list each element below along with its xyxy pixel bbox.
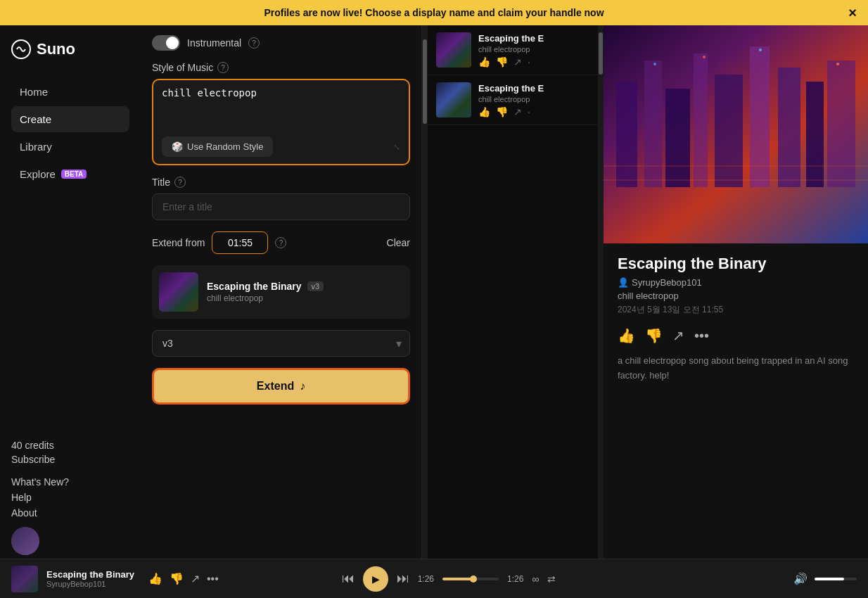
- svg-point-14: [703, 56, 706, 58]
- help-link[interactable]: Help: [11, 492, 129, 503]
- extend-help-icon[interactable]: ?: [275, 237, 286, 248]
- more-icon-2[interactable]: ·: [528, 106, 530, 117]
- time-total: 1:26: [507, 574, 523, 584]
- style-input[interactable]: chill electropop: [162, 87, 400, 129]
- detail-user: 👤 SyrupyBebop101: [618, 277, 854, 288]
- progress-bar[interactable]: [442, 578, 499, 580]
- dislike-icon-2[interactable]: 👎: [496, 106, 508, 117]
- sidebar: Suno Home Create Library Explore BETA 40…: [0, 25, 141, 592]
- credits-display: 40 credits: [11, 440, 129, 451]
- resize-handle[interactable]: ⤡: [393, 142, 400, 152]
- detail-panel: Escaping the Binary 👤 SyrupyBebop101 chi…: [604, 25, 868, 592]
- style-input-wrapper: chill electropop 🎲 Use Random Style ⤡: [152, 79, 410, 165]
- play-pause-button[interactable]: ▶: [363, 566, 388, 592]
- detail-actions: 👍 👎 ↗ •••: [618, 327, 854, 344]
- player-title: Escaping the Binary: [46, 569, 134, 580]
- sidebar-item-label: Home: [20, 86, 48, 98]
- song-title: Escaping the Binary: [207, 281, 302, 292]
- instrumental-toggle[interactable]: [152, 35, 180, 51]
- music-note-icon: ♪: [300, 380, 305, 393]
- progress-knob: [470, 575, 477, 583]
- subscribe-button[interactable]: Subscribe: [11, 454, 129, 465]
- like-icon-1[interactable]: 👍: [478, 56, 490, 68]
- play-icon: ▶: [372, 573, 380, 585]
- loop-icon[interactable]: ∞: [532, 573, 539, 585]
- skip-back-button[interactable]: ⏮: [342, 571, 355, 586]
- player-like-icon[interactable]: 👍: [148, 572, 162, 585]
- skip-forward-button[interactable]: ⏭: [397, 571, 409, 586]
- style-help-icon[interactable]: ?: [217, 62, 229, 73]
- svg-rect-8: [778, 68, 800, 187]
- sidebar-item-explore[interactable]: Explore BETA: [11, 161, 129, 187]
- shuffle-icon[interactable]: ⇄: [547, 573, 556, 585]
- like-icon-2[interactable]: 👍: [478, 106, 490, 117]
- title-help-icon[interactable]: ?: [174, 177, 186, 188]
- hero-illustration: [604, 25, 868, 243]
- random-style-button[interactable]: 🎲 Use Random Style: [162, 136, 273, 157]
- player-artist: SyrupyBebop101: [46, 580, 134, 588]
- clear-button[interactable]: Clear: [387, 237, 410, 248]
- version-select[interactable]: v3 v2 v1: [152, 330, 410, 357]
- instrumental-row: Instrumental ?: [152, 32, 410, 51]
- list-song-title-1: Escaping the E: [478, 33, 589, 44]
- svg-point-16: [836, 63, 839, 65]
- detail-title: Escaping the Binary: [618, 255, 854, 273]
- player-thumbnail: [11, 566, 38, 592]
- song-list-item[interactable]: Escaping the E chill electropop 👍 👎 ↗ ·: [428, 25, 598, 75]
- player-share-icon[interactable]: ↗: [191, 572, 200, 585]
- svg-rect-2: [616, 82, 637, 187]
- style-section-label: Style of Music ?: [152, 62, 410, 73]
- detail-more-icon[interactable]: •••: [694, 328, 709, 344]
- list-song-genre-1: chill electropop: [478, 45, 589, 53]
- player-info: Escaping the Binary SyrupyBebop101: [46, 569, 134, 588]
- volume-icon[interactable]: 🔊: [793, 572, 808, 585]
- user-icon: 👤: [618, 277, 629, 288]
- toggle-knob: [166, 37, 179, 49]
- user-avatar[interactable]: [11, 527, 39, 555]
- list-thumbnail-2: [436, 82, 471, 117]
- sidebar-item-home[interactable]: Home: [11, 79, 129, 105]
- detail-like-icon[interactable]: 👍: [618, 327, 635, 344]
- detail-description: a chill electropop song about being trap…: [618, 354, 854, 383]
- song-list-scrollbar[interactable]: [598, 25, 604, 573]
- list-thumbnail-1: [436, 32, 471, 68]
- svg-rect-10: [827, 61, 855, 187]
- more-icon-1[interactable]: ·: [528, 56, 530, 68]
- player-more-icon[interactable]: •••: [207, 573, 219, 585]
- song-list-item[interactable]: Escaping the E chill electropop 👍 👎 ↗ ·: [428, 75, 598, 125]
- sidebar-item-library[interactable]: Library: [11, 134, 129, 160]
- extend-time-input[interactable]: [212, 231, 268, 254]
- player-dislike-icon[interactable]: 👎: [170, 572, 184, 585]
- logo-text: Suno: [37, 40, 75, 58]
- create-panel-scrollbar[interactable]: [422, 25, 428, 592]
- sidebar-item-create[interactable]: Create: [11, 106, 129, 132]
- sidebar-item-label: Explore: [20, 168, 56, 180]
- share-icon-2[interactable]: ↗: [513, 106, 522, 117]
- list-song-genre-2: chill electropop: [478, 95, 589, 103]
- volume-slider[interactable]: [815, 578, 857, 580]
- share-icon-1[interactable]: ↗: [513, 56, 522, 68]
- extend-from-row: Extend from ? Clear: [152, 231, 410, 254]
- svg-rect-5: [694, 53, 708, 187]
- version-badge: v3: [307, 281, 324, 291]
- extend-button[interactable]: Extend ♪: [152, 368, 410, 405]
- title-input[interactable]: [152, 193, 410, 220]
- extend-song-card: Escaping the Binary v3 chill electropop: [152, 265, 410, 319]
- about-link[interactable]: About: [11, 507, 129, 519]
- song-thumbnail-image: [159, 272, 198, 312]
- banner-close-button[interactable]: ×: [848, 5, 857, 21]
- song-list-panel: Escaping the E chill electropop 👍 👎 ↗ ·: [428, 25, 604, 592]
- detail-dislike-icon[interactable]: 👎: [645, 327, 663, 344]
- logo: Suno: [11, 39, 129, 59]
- whats-new-link[interactable]: What's New?: [11, 476, 129, 488]
- detail-content: Escaping the Binary 👤 SyrupyBebop101 chi…: [604, 243, 868, 395]
- player-bar: Escaping the Binary SyrupyBebop101 👍 👎 ↗…: [0, 559, 868, 598]
- dislike-icon-1[interactable]: 👎: [496, 56, 508, 68]
- svg-rect-4: [665, 89, 690, 187]
- sidebar-item-label: Library: [20, 141, 52, 153]
- instrumental-help-icon[interactable]: ?: [248, 37, 260, 49]
- detail-share-icon[interactable]: ↗: [672, 327, 684, 344]
- svg-point-15: [759, 49, 762, 51]
- song-genre: chill electropop: [207, 293, 403, 303]
- extend-from-label: Extend from: [152, 237, 205, 248]
